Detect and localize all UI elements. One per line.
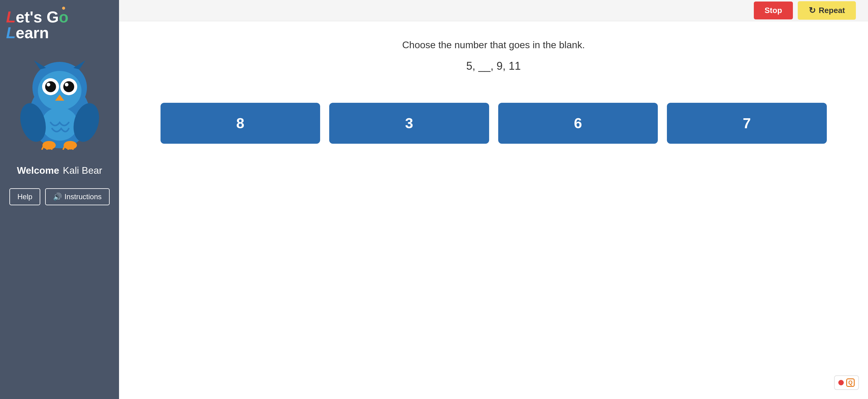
corner-widget: Q: [834, 375, 859, 390]
answer-button-3[interactable]: 6: [498, 103, 658, 144]
question-area: Choose the number that goes in the blank…: [119, 21, 868, 399]
svg-line-18: [51, 146, 52, 150]
top-bar: Stop ↻ Repeat: [119, 0, 868, 21]
repeat-button[interactable]: ↻ Repeat: [798, 1, 856, 20]
sidebar-buttons: Help 🔊 Instructions: [9, 188, 109, 205]
logo-L2: L: [6, 24, 16, 41]
svg-point-7: [45, 81, 56, 92]
svg-marker-3: [73, 60, 85, 69]
answer-button-2[interactable]: 3: [329, 103, 489, 144]
welcome-label: Welcome: [17, 165, 59, 176]
speaker-icon: 🔊: [53, 193, 62, 201]
welcome-section: Welcome Kali Bear: [17, 165, 102, 176]
repeat-icon: ↻: [809, 5, 816, 16]
stop-button[interactable]: Stop: [754, 1, 793, 20]
svg-line-17: [47, 146, 48, 150]
svg-point-9: [46, 83, 50, 86]
logo-et: et's G: [16, 8, 59, 26]
svg-line-16: [42, 145, 44, 149]
svg-point-10: [65, 83, 68, 86]
answer-button-4[interactable]: 7: [667, 103, 827, 144]
logo-L: L: [6, 8, 16, 26]
record-indicator: [838, 380, 844, 386]
logo-o: o: [59, 9, 68, 25]
main-content: Stop ↻ Repeat Choose the number that goe…: [119, 0, 868, 399]
sidebar: Let's Go Learn: [0, 0, 119, 399]
logo: Let's Go Learn: [6, 9, 113, 40]
answer-button-1[interactable]: 8: [160, 103, 320, 144]
welcome-name: Kali Bear: [63, 165, 102, 176]
svg-point-8: [63, 81, 74, 92]
answer-buttons-container: 8 3 6 7: [160, 103, 827, 144]
svg-point-12: [41, 107, 78, 141]
logo-earn: earn: [16, 24, 49, 41]
svg-line-22: [72, 146, 73, 150]
owl-mascot: [16, 56, 103, 153]
question-prompt: Choose the number that goes in the blank…: [402, 39, 585, 51]
instructions-button[interactable]: 🔊 Instructions: [45, 188, 110, 205]
svg-line-21: [68, 146, 69, 150]
svg-marker-2: [34, 60, 46, 69]
q-icon: Q: [846, 378, 855, 387]
help-button[interactable]: Help: [9, 188, 40, 205]
sequence-display: 5, __, 9, 11: [466, 60, 521, 73]
